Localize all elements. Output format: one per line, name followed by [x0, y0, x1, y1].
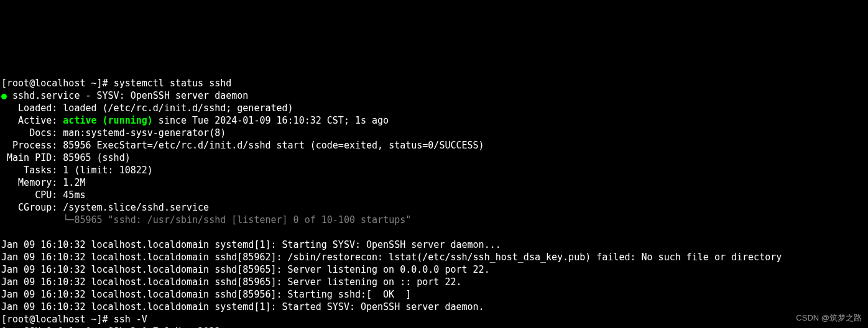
- log-line: Jan 09 16:10:32 localhost.localdomain sy…: [1, 239, 501, 250]
- log-line: Jan 09 16:10:32 localhost.localdomain ss…: [1, 276, 462, 288]
- cpu-label: CPU:: [1, 189, 63, 201]
- loaded-value: loaded (/etc/rc.d/init.d/sshd; generated…: [63, 102, 293, 114]
- process-value: 85956 ExecStart=/etc/rc.d/init.d/sshd st…: [63, 140, 484, 151]
- process-label: Process:: [1, 140, 63, 151]
- prompt: [root@localhost ~]#: [1, 314, 114, 325]
- loaded-label: Loaded:: [1, 102, 63, 114]
- mainpid-label: Main PID:: [1, 152, 63, 163]
- tasks-value: 1 (limit: 10822): [63, 165, 153, 176]
- log-line: Jan 09 16:10:32 localhost.localdomain sy…: [1, 301, 484, 312]
- prompt: [root@localhost ~]#: [1, 78, 114, 89]
- active-value: active (running): [63, 115, 153, 126]
- terminal[interactable]: [root@localhost ~]# systemctl status ssh…: [0, 62, 868, 328]
- log-line: Jan 09 16:10:32 localhost.localdomain ss…: [1, 289, 411, 300]
- active-label: Active:: [1, 115, 63, 126]
- memory-value: 1.2M: [63, 177, 85, 188]
- log-line: Jan 09 16:10:32 localhost.localdomain ss…: [1, 252, 782, 263]
- cgroup-label: CGroup:: [1, 202, 63, 213]
- active-tail: since Tue 2024-01-09 16:10:32 CST; 1s ag…: [153, 115, 389, 126]
- cgroup-value: /system.slice/sshd.service: [63, 202, 209, 213]
- mainpid-value: 85965 (sshd): [63, 152, 130, 163]
- service-header: sshd.service - SYSV: OpenSSH server daem…: [12, 90, 248, 101]
- command: systemctl status sshd: [114, 78, 232, 89]
- cgroup-tree-prefix: └─: [1, 214, 74, 226]
- cpu-value: 45ms: [63, 189, 85, 201]
- status-bullet-icon: ●: [1, 90, 12, 101]
- docs-label: Docs:: [1, 127, 63, 139]
- watermark: CSDN @筑梦之路: [796, 312, 862, 324]
- cgroup-tree-cmd: "sshd: /usr/sbin/sshd [listener] 0 of 10…: [108, 214, 412, 226]
- tasks-label: Tasks:: [1, 165, 63, 176]
- log-line: Jan 09 16:10:32 localhost.localdomain ss…: [1, 264, 490, 275]
- memory-label: Memory:: [1, 177, 63, 188]
- command: ssh -V: [114, 314, 147, 325]
- docs-value: man:systemd-sysv-generator(8): [63, 127, 226, 139]
- cgroup-tree-pid: 85965: [74, 214, 108, 226]
